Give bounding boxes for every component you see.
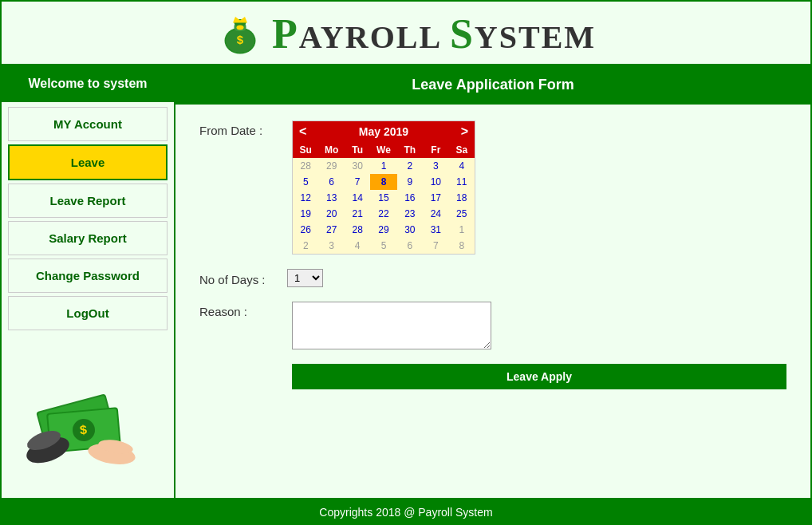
calendar-day[interactable]: 9 bbox=[397, 174, 423, 190]
calendar-day[interactable]: 16 bbox=[397, 190, 423, 206]
calendar-day[interactable]: 29 bbox=[318, 158, 344, 174]
leave-form: From Date : < May 2019 > S bbox=[199, 120, 786, 389]
cal-th-we: We bbox=[370, 142, 396, 158]
calendar-day[interactable]: 15 bbox=[370, 190, 396, 206]
calendar-day[interactable]: 30 bbox=[345, 158, 370, 174]
sidebar-illustration: $ $ bbox=[2, 338, 174, 498]
app-title: PAYROLL SYSTEM bbox=[272, 10, 596, 57]
money-hands-icon: $ $ bbox=[24, 370, 152, 466]
calendar-header: < May 2019 > bbox=[293, 121, 475, 142]
sidebar: Welcome to system MY Account Leave Leave… bbox=[2, 65, 175, 498]
from-date-label: From Date : bbox=[199, 120, 279, 137]
calendar-day[interactable]: 1 bbox=[449, 222, 475, 238]
calendar-day[interactable]: 6 bbox=[397, 238, 423, 254]
from-date-row: From Date : < May 2019 > S bbox=[199, 120, 786, 255]
calendar-day[interactable]: 6 bbox=[318, 174, 344, 190]
svg-point-4 bbox=[236, 26, 243, 30]
calendar: < May 2019 > Su Mo Tu bbox=[292, 120, 475, 255]
calendar-month-year: May 2019 bbox=[359, 125, 408, 138]
main-layout: Welcome to system MY Account Leave Leave… bbox=[0, 65, 812, 499]
noofdays-row: No of Days : 12345678910 bbox=[199, 269, 786, 287]
calendar-day[interactable]: 4 bbox=[449, 158, 475, 174]
sidebar-welcome: Welcome to system bbox=[2, 65, 174, 102]
sidebar-item-salary-report[interactable]: Salary Report bbox=[8, 221, 168, 255]
footer: Copyrights 2018 @ Payroll System bbox=[0, 499, 812, 525]
noofdays-select[interactable]: 12345678910 bbox=[287, 269, 323, 287]
calendar-day[interactable]: 31 bbox=[423, 222, 448, 238]
footer-text: Copyrights 2018 @ Payroll System bbox=[319, 506, 492, 519]
content-header: Leave Application Form bbox=[175, 65, 810, 105]
calendar-day[interactable]: 13 bbox=[318, 190, 344, 206]
calendar-day[interactable]: 18 bbox=[449, 190, 475, 206]
calendar-day[interactable]: 5 bbox=[370, 238, 396, 254]
calendar-day[interactable]: 1 bbox=[370, 158, 396, 174]
calendar-day[interactable]: 27 bbox=[318, 222, 344, 238]
money-bag-icon: $ bbox=[216, 10, 264, 57]
sidebar-nav: MY Account Leave Leave Report Salary Rep… bbox=[2, 102, 174, 338]
svg-text:$: $ bbox=[79, 423, 87, 437]
calendar-day[interactable]: 28 bbox=[293, 158, 318, 174]
cal-th-sa: Sa bbox=[449, 142, 475, 158]
calendar-day[interactable]: 10 bbox=[423, 174, 448, 190]
calendar-day[interactable]: 19 bbox=[293, 206, 318, 222]
app-header: $ PAYROLL SYSTEM bbox=[0, 0, 812, 65]
calendar-day[interactable]: 11 bbox=[449, 174, 475, 190]
calendar-day[interactable]: 2 bbox=[397, 158, 423, 174]
calendar-day[interactable]: 24 bbox=[423, 206, 448, 222]
cal-th-tu: Tu bbox=[345, 142, 370, 158]
reason-label: Reason : bbox=[199, 302, 279, 318]
calendar-day[interactable]: 17 bbox=[423, 190, 448, 206]
calendar-day[interactable]: 30 bbox=[397, 222, 423, 238]
calendar-next-btn[interactable]: > bbox=[461, 124, 468, 139]
calendar-day[interactable]: 2 bbox=[293, 238, 318, 254]
calendar-day[interactable]: 21 bbox=[345, 206, 370, 222]
sidebar-item-logout[interactable]: LogOut bbox=[8, 296, 168, 330]
calendar-day[interactable]: 4 bbox=[345, 238, 370, 254]
calendar-day[interactable]: 7 bbox=[345, 174, 370, 190]
calendar-prev-btn[interactable]: < bbox=[299, 124, 306, 139]
sidebar-item-leave-report[interactable]: Leave Report bbox=[8, 184, 168, 218]
cal-th-su: Su bbox=[293, 142, 318, 158]
reason-textarea[interactable] bbox=[292, 302, 491, 349]
calendar-day[interactable]: 8 bbox=[370, 174, 396, 190]
reason-row: Reason : bbox=[199, 302, 786, 349]
calendar-day[interactable]: 26 bbox=[293, 222, 318, 238]
svg-text:$: $ bbox=[237, 33, 244, 46]
calendar-day[interactable]: 5 bbox=[293, 174, 318, 190]
calendar-day[interactable]: 20 bbox=[318, 206, 344, 222]
content-body: From Date : < May 2019 > S bbox=[175, 105, 810, 498]
calendar-day[interactable]: 25 bbox=[449, 206, 475, 222]
calendar-day[interactable]: 7 bbox=[423, 238, 448, 254]
leave-apply-button[interactable]: Leave Apply bbox=[292, 364, 786, 389]
calendar-day[interactable]: 12 bbox=[293, 190, 318, 206]
calendar-day[interactable]: 3 bbox=[423, 158, 448, 174]
sidebar-item-my-account[interactable]: MY Account bbox=[8, 107, 168, 141]
calendar-day[interactable]: 22 bbox=[370, 206, 396, 222]
calendar-day[interactable]: 14 bbox=[345, 190, 370, 206]
calendar-day[interactable]: 28 bbox=[345, 222, 370, 238]
calendar-day[interactable]: 29 bbox=[370, 222, 396, 238]
calendar-day[interactable]: 3 bbox=[318, 238, 344, 254]
noofdays-label: No of Days : bbox=[199, 270, 279, 286]
calendar-body: Su Mo Tu We Th Fr Sa bbox=[293, 142, 475, 254]
calendar-day[interactable]: 8 bbox=[449, 238, 475, 254]
cal-th-mo: Mo bbox=[318, 142, 344, 158]
cal-th-fr: Fr bbox=[423, 142, 448, 158]
calendar-day[interactable]: 23 bbox=[397, 206, 423, 222]
sidebar-item-change-password[interactable]: Change Password bbox=[8, 259, 168, 293]
cal-th-th: Th bbox=[397, 142, 423, 158]
content-area: Leave Application Form From Date : < May… bbox=[175, 65, 810, 498]
sidebar-item-leave[interactable]: Leave bbox=[8, 144, 168, 180]
